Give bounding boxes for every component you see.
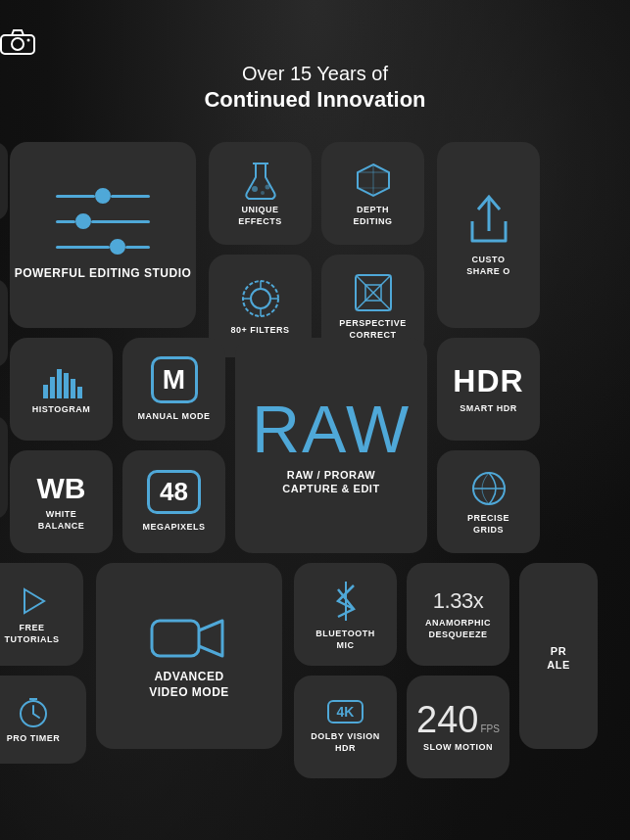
bluetooth-label: BLUETOOTHMIC <box>315 629 374 651</box>
svg-line-12 <box>356 293 373 310</box>
tile-bluetooth-mic[interactable]: BLUETOOTHMIC <box>294 563 397 666</box>
play-icon <box>15 583 50 619</box>
svg-point-1 <box>12 38 24 50</box>
manual-m-letter: M <box>163 364 185 396</box>
hdr-text: HDR <box>453 363 523 399</box>
svg-rect-19 <box>57 369 62 398</box>
unique-effects-label: UNIQUEEFFECTS <box>238 205 282 227</box>
slowmo-label: SLOW MOTION <box>423 742 493 754</box>
megapixels-number: 48 <box>160 477 188 506</box>
svg-marker-23 <box>24 589 44 613</box>
grids-icon <box>468 468 509 509</box>
tile-pro-timer[interactable]: PRO TIMER <box>0 676 86 764</box>
tile-precise-grids[interactable]: PRECISEGRIDS <box>437 450 540 553</box>
tile-editing-studio[interactable]: POWERFUL EDITING STUDIO <box>10 142 196 328</box>
dolby-4k-badge: 4K <box>327 700 364 723</box>
tile-white-balance[interactable]: WB WHITEBALANCE <box>10 450 113 553</box>
tile-depth-editing[interactable]: DEPTHEDITING <box>321 142 424 245</box>
svg-point-6 <box>265 184 269 189</box>
tile-slow-motion[interactable]: 240 FPS SLOW MOTION <box>407 676 509 778</box>
svg-rect-17 <box>43 385 48 398</box>
header: Over 15 Years of Continued Innovation <box>0 27 630 115</box>
wb-label: WHITEBALANCE <box>38 509 85 532</box>
feature-grid: TER SHAKE DATAR <box>0 142 630 840</box>
wb-letters: WB <box>37 472 86 505</box>
raw-label: RAW / PRORAWCAPTURE & EDIT <box>282 468 379 496</box>
tile-custom-share[interactable]: CUSTOSHARE O <box>437 142 540 328</box>
camera-icon <box>0 27 630 55</box>
tile-megapixels[interactable]: 48 MEGAPIXELS <box>122 450 225 553</box>
svg-rect-22 <box>77 387 82 398</box>
svg-line-11 <box>373 275 391 293</box>
svg-point-8 <box>251 289 270 308</box>
header-subtitle: Over 15 Years of <box>0 61 630 86</box>
tile-shake-partial: SHAKE <box>0 279 8 367</box>
editing-studio-label: POWERFUL EDITING STUDIO <box>15 266 192 282</box>
video-camera-icon <box>150 611 228 666</box>
bluetooth-icon <box>330 578 362 625</box>
tile-advanced-video[interactable]: ADVANCEDVIDEO MODE <box>96 563 282 749</box>
megapixels-label: MEGAPIXELS <box>142 522 205 534</box>
filters-icon <box>238 276 283 321</box>
anamorphic-label: ANAMORPHICDESQUEEZE <box>425 618 491 640</box>
megapixels-box: 48 <box>147 470 201 514</box>
svg-line-13 <box>373 293 391 310</box>
share-label: CUSTOSHARE O <box>466 255 510 277</box>
protimer-label: PRO TIMER <box>7 733 61 745</box>
perspective-icon <box>352 271 395 314</box>
svg-rect-18 <box>50 377 55 398</box>
share-icon <box>464 192 513 251</box>
sliders-icon <box>56 188 150 262</box>
tile-tutorials[interactable]: FREETUTORIALS <box>0 563 83 666</box>
dolby-label: DOLBY VISIONHDR <box>311 731 379 754</box>
tile-manual-mode[interactable]: M MANUAL MODE <box>122 338 225 441</box>
manual-m-box: M <box>151 356 198 403</box>
svg-point-2 <box>27 39 30 42</box>
slowmo-number-container: 240 FPS <box>416 701 500 738</box>
tile-pro-alert[interactable]: PRALE <box>519 563 598 749</box>
raw-text: RAW <box>252 396 411 462</box>
depth-editing-label: DEPTHEDITING <box>353 205 392 227</box>
cube-icon <box>353 160 394 201</box>
hdr-label: SMART HDR <box>460 403 517 415</box>
tile-histogram[interactable]: HISTOGRAM <box>10 338 113 441</box>
header-title: Continued Innovation <box>0 86 630 115</box>
tile-hdr[interactable]: HDR SMART HDR <box>437 338 540 441</box>
tile-dolby-vision[interactable]: 4K DOLBY VISIONHDR <box>294 676 397 778</box>
filters-label: 80+ FILTERS <box>230 325 289 337</box>
tile-raw-capture[interactable]: RAW RAW / PRORAWCAPTURE & EDIT <box>235 338 427 553</box>
tile-unique-effects[interactable]: UNIQUEEFFECTS <box>209 142 312 245</box>
tutorials-label: FREETUTORIALS <box>5 623 60 645</box>
histogram-icon <box>40 363 83 400</box>
tile-data-partial: DATAR <box>0 416 8 519</box>
slowmo-number: 240 <box>416 701 478 738</box>
beaker-icon <box>241 160 280 201</box>
timer-icon <box>16 694 51 729</box>
grids-label: PRECISEGRIDS <box>467 513 509 536</box>
svg-rect-20 <box>64 373 69 398</box>
svg-point-4 <box>252 186 258 192</box>
svg-point-5 <box>261 191 265 195</box>
manual-mode-label: MANUAL MODE <box>138 411 211 423</box>
anamorphic-number: 1.33x <box>433 588 483 614</box>
svg-rect-24 <box>152 621 199 656</box>
proalert-label: PRALE <box>547 644 570 673</box>
video-mode-label: ADVANCEDVIDEO MODE <box>149 670 229 700</box>
svg-line-10 <box>356 275 373 293</box>
svg-rect-21 <box>71 379 75 398</box>
histogram-label: HISTOGRAM <box>32 404 90 416</box>
tile-ter-partial: TER <box>0 142 8 220</box>
tile-anamorphic[interactable]: 1.33x ANAMORPHICDESQUEEZE <box>407 563 509 666</box>
fps-label: FPS <box>480 723 499 734</box>
